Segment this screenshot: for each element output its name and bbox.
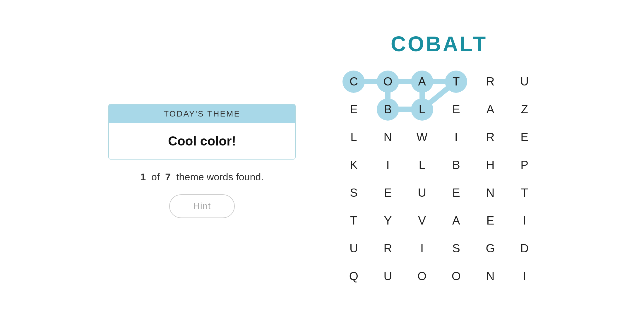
grid-cell[interactable]: Y	[371, 207, 405, 234]
hint-button[interactable]: Hint	[169, 194, 235, 218]
grid-cell[interactable]: I	[507, 207, 542, 234]
grid-cell[interactable]: R	[473, 68, 508, 95]
grid-cell[interactable]: N	[371, 123, 405, 151]
grid-cell[interactable]: I	[439, 123, 473, 151]
grid-cell[interactable]: N	[473, 179, 508, 207]
plain-letter: H	[486, 158, 495, 172]
grid-cell[interactable]: V	[405, 207, 439, 234]
puzzle-title: COBALT	[391, 32, 488, 56]
grid-cell[interactable]: A	[405, 68, 439, 95]
grid-cell[interactable]: I	[371, 151, 405, 179]
grid-cell[interactable]: E	[371, 179, 405, 207]
highlighted-letter: T	[445, 71, 467, 93]
plain-letter: I	[523, 214, 526, 227]
grid-cell[interactable]: I	[507, 262, 542, 290]
grid-cell[interactable]: A	[439, 207, 473, 234]
grid-cell[interactable]: T	[507, 179, 542, 207]
grid-cell[interactable]: E	[337, 95, 371, 123]
grid-cell[interactable]: H	[473, 151, 508, 179]
plain-letter: R	[486, 75, 495, 88]
plain-letter: N	[486, 270, 495, 283]
grid-cell[interactable]: O	[371, 68, 405, 95]
grid-cell[interactable]: R	[371, 234, 405, 262]
plain-letter: D	[520, 242, 529, 255]
plain-letter: Q	[349, 270, 358, 283]
plain-letter: I	[386, 158, 389, 172]
grid-cell[interactable]: L	[405, 95, 439, 123]
grid-cell[interactable]: K	[337, 151, 371, 179]
grid-cell[interactable]: T	[337, 207, 371, 234]
grid-cell[interactable]: D	[507, 234, 542, 262]
plain-letter: S	[350, 186, 358, 199]
plain-letter: O	[417, 270, 427, 283]
letter-grid: COATRUEBLEAZLNWIREKILBHPSEUENTTYVAEIURIS…	[337, 68, 542, 290]
grid-cell[interactable]: S	[439, 234, 473, 262]
grid-cell[interactable]: S	[337, 179, 371, 207]
plain-letter: V	[418, 214, 426, 227]
grid-cell[interactable]: Q	[337, 262, 371, 290]
grid-cell[interactable]: T	[439, 68, 473, 95]
grid-cell[interactable]: W	[405, 123, 439, 151]
plain-letter: N	[384, 131, 392, 144]
plain-letter: A	[487, 103, 494, 116]
grid-cell[interactable]: U	[507, 68, 542, 95]
highlighted-letter: O	[377, 71, 399, 93]
highlighted-letter: C	[342, 71, 365, 93]
plain-letter: L	[350, 131, 357, 144]
plain-letter: R	[486, 131, 495, 144]
grid-cell[interactable]: U	[405, 179, 439, 207]
grid-cell[interactable]: O	[439, 262, 473, 290]
plain-letter: K	[350, 158, 358, 172]
grid-cell[interactable]: A	[473, 95, 508, 123]
plain-letter: N	[486, 186, 495, 199]
theme-label: TODAY'S THEME	[109, 105, 295, 123]
plain-letter: U	[418, 186, 426, 199]
plain-letter: U	[350, 242, 358, 255]
grid-cell[interactable]: U	[371, 262, 405, 290]
grid-cell[interactable]: E	[473, 207, 508, 234]
theme-value: Cool color!	[109, 123, 295, 159]
grid-cell[interactable]: E	[439, 179, 473, 207]
grid-cell[interactable]: L	[337, 123, 371, 151]
plain-letter: L	[419, 158, 425, 172]
grid-cell[interactable]: E	[439, 95, 473, 123]
plain-letter: I	[455, 131, 458, 144]
highlighted-letter: A	[411, 71, 433, 93]
main-container: TODAY'S THEME Cool color! 1 of 7 theme w…	[0, 0, 644, 322]
theme-box: TODAY'S THEME Cool color!	[108, 104, 296, 160]
words-found-count: 1	[140, 171, 146, 182]
grid-cell[interactable]: C	[337, 68, 371, 95]
grid-area: COATRUEBLEAZLNWIREKILBHPSEUENTTYVAEIURIS…	[337, 68, 542, 290]
grid-cell[interactable]: E	[507, 123, 542, 151]
plain-letter: G	[486, 242, 495, 255]
plain-letter: B	[452, 158, 460, 172]
grid-cell[interactable]: B	[439, 151, 473, 179]
plain-letter: U	[520, 75, 529, 88]
plain-letter: Z	[521, 103, 528, 116]
words-total-count: 7	[165, 171, 171, 182]
grid-cell[interactable]: L	[405, 151, 439, 179]
plain-letter: R	[384, 242, 392, 255]
grid-cell[interactable]: N	[473, 262, 508, 290]
grid-cell[interactable]: U	[337, 234, 371, 262]
highlighted-letter: B	[377, 98, 399, 121]
plain-letter: E	[487, 214, 494, 227]
plain-letter: T	[521, 186, 528, 199]
plain-letter: A	[452, 214, 460, 227]
plain-letter: Y	[384, 214, 392, 227]
grid-cell[interactable]: B	[371, 95, 405, 123]
plain-letter: O	[452, 270, 461, 283]
left-panel: TODAY'S THEME Cool color! 1 of 7 theme w…	[102, 104, 302, 218]
right-panel: COBALT	[337, 32, 542, 290]
grid-cell[interactable]: P	[507, 151, 542, 179]
grid-cell[interactable]: R	[473, 123, 508, 151]
plain-letter: I	[420, 242, 424, 255]
plain-letter: S	[452, 242, 460, 255]
plain-letter: T	[350, 214, 357, 227]
grid-cell[interactable]: Z	[507, 95, 542, 123]
grid-cell[interactable]: O	[405, 262, 439, 290]
highlighted-letter: L	[411, 98, 433, 121]
words-found-text: 1 of 7 theme words found.	[140, 171, 264, 183]
grid-cell[interactable]: G	[473, 234, 508, 262]
grid-cell[interactable]: I	[405, 234, 439, 262]
